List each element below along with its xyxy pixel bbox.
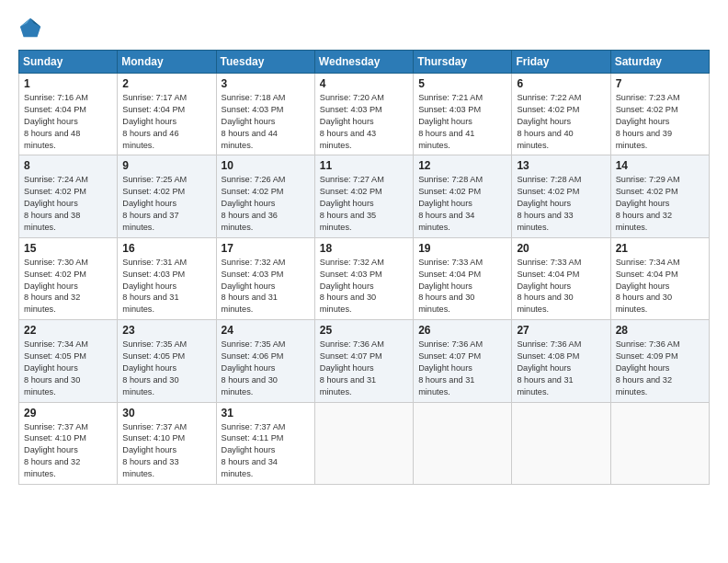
calendar-cell: 11 Sunrise: 7:27 AM Sunset: 4:02 PM Dayl… <box>314 155 413 237</box>
day-info: Sunrise: 7:26 AM Sunset: 4:02 PM Dayligh… <box>222 174 310 233</box>
sunrise: Sunrise: 7:35 AM <box>122 339 187 349</box>
daylight-label: Daylight hours <box>24 199 78 208</box>
calendar-cell: 20 Sunrise: 7:33 AM Sunset: 4:04 PM Dayl… <box>512 237 610 319</box>
day-number: 17 <box>222 242 310 255</box>
sunrise: Sunrise: 7:33 AM <box>418 258 483 267</box>
calendar-cell <box>512 402 610 484</box>
daylight-label: Daylight hours <box>222 282 276 291</box>
day-number: 25 <box>320 324 408 337</box>
calendar-cell: 28 Sunrise: 7:36 AM Sunset: 4:09 PM Dayl… <box>610 320 709 402</box>
sunrise: Sunrise: 7:29 AM <box>616 175 680 184</box>
weekday-header: Wednesday <box>314 51 413 74</box>
day-info: Sunrise: 7:18 AM Sunset: 4:03 PM Dayligh… <box>222 92 310 151</box>
sunset: Sunset: 4:04 PM <box>122 105 185 114</box>
day-number: 11 <box>320 159 408 172</box>
day-info: Sunrise: 7:22 AM Sunset: 4:02 PM Dayligh… <box>517 92 605 151</box>
sunset: Sunset: 4:02 PM <box>517 187 579 196</box>
weekday-header: Monday <box>118 51 216 74</box>
calendar-cell <box>414 402 512 484</box>
daylight-label: Daylight hours <box>222 363 276 373</box>
day-number: 16 <box>122 242 210 255</box>
calendar-cell: 4 Sunrise: 7:20 AM Sunset: 4:03 PM Dayli… <box>314 74 413 155</box>
sunset: Sunset: 4:10 PM <box>24 433 86 442</box>
daylight-value: 8 hours and 30 minutes. <box>616 293 672 314</box>
calendar-cell: 14 Sunrise: 7:29 AM Sunset: 4:02 PM Dayl… <box>610 155 709 237</box>
calendar-cell: 19 Sunrise: 7:33 AM Sunset: 4:04 PM Dayl… <box>414 237 512 319</box>
day-info: Sunrise: 7:37 AM Sunset: 4:10 PM Dayligh… <box>24 421 112 480</box>
day-info: Sunrise: 7:33 AM Sunset: 4:04 PM Dayligh… <box>517 257 605 316</box>
calendar-week: 8 Sunrise: 7:24 AM Sunset: 4:02 PM Dayli… <box>19 155 710 237</box>
daylight-value: 8 hours and 36 minutes. <box>222 211 278 232</box>
day-info: Sunrise: 7:36 AM Sunset: 4:08 PM Dayligh… <box>517 339 605 397</box>
calendar-cell: 10 Sunrise: 7:26 AM Sunset: 4:02 PM Dayl… <box>216 155 314 237</box>
weekday-header: Friday <box>512 51 610 74</box>
sunrise: Sunrise: 7:17 AM <box>122 93 187 102</box>
calendar-cell: 1 Sunrise: 7:16 AM Sunset: 4:04 PM Dayli… <box>19 74 118 155</box>
daylight-label: Daylight hours <box>24 445 78 454</box>
day-number: 6 <box>517 77 605 90</box>
daylight-value: 8 hours and 30 minutes. <box>320 293 376 314</box>
daylight-label: Daylight hours <box>320 363 374 373</box>
calendar-cell: 5 Sunrise: 7:21 AM Sunset: 4:03 PM Dayli… <box>414 74 512 155</box>
sunrise: Sunrise: 7:30 AM <box>24 258 88 267</box>
day-number: 26 <box>418 324 506 337</box>
daylight-label: Daylight hours <box>24 117 78 126</box>
weekday-header: Saturday <box>610 51 709 74</box>
calendar-cell: 8 Sunrise: 7:24 AM Sunset: 4:02 PM Dayli… <box>19 155 118 237</box>
sunrise: Sunrise: 7:20 AM <box>320 93 384 102</box>
day-info: Sunrise: 7:29 AM Sunset: 4:02 PM Dayligh… <box>616 174 704 233</box>
daylight-label: Daylight hours <box>222 445 276 454</box>
sunrise: Sunrise: 7:28 AM <box>517 175 581 184</box>
daylight-label: Daylight hours <box>517 363 571 373</box>
sunset: Sunset: 4:02 PM <box>222 187 284 196</box>
sunset: Sunset: 4:02 PM <box>320 187 382 196</box>
calendar-cell: 23 Sunrise: 7:35 AM Sunset: 4:05 PM Dayl… <box>118 320 216 402</box>
calendar-cell: 6 Sunrise: 7:22 AM Sunset: 4:02 PM Dayli… <box>512 74 610 155</box>
daylight-label: Daylight hours <box>616 282 670 291</box>
sunset: Sunset: 4:04 PM <box>24 105 86 114</box>
daylight-label: Daylight hours <box>122 363 176 373</box>
daylight-label: Daylight hours <box>24 363 78 373</box>
calendar-cell: 7 Sunrise: 7:23 AM Sunset: 4:02 PM Dayli… <box>610 74 709 155</box>
sunset: Sunset: 4:02 PM <box>24 270 86 279</box>
day-number: 19 <box>418 242 506 255</box>
sunset: Sunset: 4:03 PM <box>222 105 284 114</box>
daylight-label: Daylight hours <box>122 445 176 454</box>
page: SundayMondayTuesdayWednesdayThursdayFrid… <box>0 0 728 563</box>
day-number: 1 <box>24 77 112 90</box>
sunset: Sunset: 4:05 PM <box>122 351 185 361</box>
day-number: 21 <box>616 242 704 255</box>
calendar-cell: 15 Sunrise: 7:30 AM Sunset: 4:02 PM Dayl… <box>19 237 118 319</box>
calendar-week: 1 Sunrise: 7:16 AM Sunset: 4:04 PM Dayli… <box>19 74 710 155</box>
day-info: Sunrise: 7:34 AM Sunset: 4:04 PM Dayligh… <box>616 257 704 316</box>
daylight-value: 8 hours and 48 minutes. <box>24 129 80 150</box>
daylight-value: 8 hours and 32 minutes. <box>24 457 80 478</box>
day-info: Sunrise: 7:16 AM Sunset: 4:04 PM Dayligh… <box>24 92 112 151</box>
daylight-label: Daylight hours <box>418 199 472 208</box>
daylight-label: Daylight hours <box>222 199 276 208</box>
day-number: 13 <box>517 159 605 172</box>
day-number: 20 <box>517 242 605 255</box>
day-number: 10 <box>222 159 310 172</box>
daylight-label: Daylight hours <box>122 199 176 208</box>
day-number: 9 <box>122 159 210 172</box>
daylight-label: Daylight hours <box>24 282 78 291</box>
weekday-header: Sunday <box>19 51 118 74</box>
sunrise: Sunrise: 7:21 AM <box>418 93 483 102</box>
calendar-cell: 21 Sunrise: 7:34 AM Sunset: 4:04 PM Dayl… <box>610 237 709 319</box>
day-info: Sunrise: 7:37 AM Sunset: 4:11 PM Dayligh… <box>222 421 310 480</box>
daylight-label: Daylight hours <box>418 282 472 291</box>
calendar-cell: 26 Sunrise: 7:36 AM Sunset: 4:07 PM Dayl… <box>414 320 512 402</box>
sunset: Sunset: 4:05 PM <box>24 351 86 361</box>
day-info: Sunrise: 7:36 AM Sunset: 4:07 PM Dayligh… <box>418 339 506 397</box>
daylight-value: 8 hours and 32 minutes. <box>616 375 672 396</box>
calendar-cell: 25 Sunrise: 7:36 AM Sunset: 4:07 PM Dayl… <box>314 320 413 402</box>
sunset: Sunset: 4:02 PM <box>418 187 481 196</box>
sunrise: Sunrise: 7:28 AM <box>418 175 483 184</box>
calendar-cell: 24 Sunrise: 7:35 AM Sunset: 4:06 PM Dayl… <box>216 320 314 402</box>
day-info: Sunrise: 7:37 AM Sunset: 4:10 PM Dayligh… <box>122 421 210 480</box>
sunrise: Sunrise: 7:36 AM <box>320 339 384 349</box>
day-info: Sunrise: 7:35 AM Sunset: 4:06 PM Dayligh… <box>222 339 310 397</box>
day-number: 2 <box>122 77 210 90</box>
calendar-cell: 2 Sunrise: 7:17 AM Sunset: 4:04 PM Dayli… <box>118 74 216 155</box>
